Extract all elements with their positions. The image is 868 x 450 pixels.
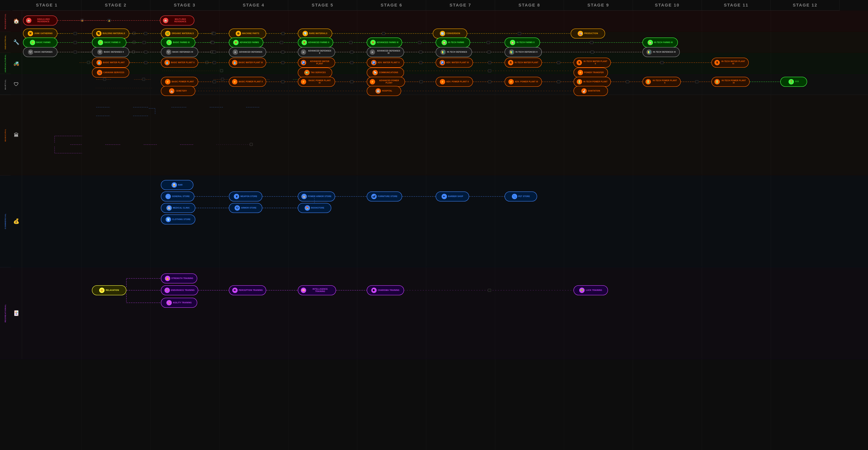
node-communications[interactable]: 📡 COMMUNICATIONS bbox=[367, 68, 404, 78]
stage-header-3: STAGE 4 bbox=[219, 0, 288, 10]
node-hitech-farms-2[interactable]: 🏡 HI-TECH FARMS II bbox=[504, 37, 540, 48]
node-building-materials[interactable]: 🏗 BUILDING MATERIALS bbox=[92, 29, 129, 38]
node-relaxation[interactable]: 😊 RELAXATION bbox=[92, 285, 126, 295]
node-hitech-power-plant-3[interactable]: 🔋 HI-TECH POWER PLANT III bbox=[711, 77, 750, 87]
node-cemetery[interactable]: ⛪ CEMETERY bbox=[161, 86, 195, 96]
node-medical-clinic[interactable]: 🏥 MEDICAL CLINIC bbox=[161, 203, 195, 213]
node-hitech-farms[interactable]: 🏡 HI-TECH FARMS bbox=[436, 37, 470, 48]
node-machine-parts[interactable]: ⚙ MACHINE PARTS bbox=[229, 29, 266, 38]
node-adv-water-plant-2[interactable]: 🚰 ADV. WATER PLANT II bbox=[367, 58, 404, 68]
cat-label-residential: RESIDENTIAL bbox=[0, 10, 10, 32]
node-furniture-store[interactable]: 🛋 FURNITURE STORE bbox=[367, 191, 402, 202]
node-strength-training[interactable]: 💪 STRENGTH TRAINING bbox=[161, 273, 197, 283]
node-hitech-power-plant-2[interactable]: 🔋 HI-TECH POWER PLANT II bbox=[643, 77, 681, 87]
node-rare-materials[interactable]: 💎 RARE MATERIALS bbox=[298, 29, 332, 38]
cat-label-recreational: RECREATIONAL bbox=[0, 267, 10, 359]
node-basic-power-plant[interactable]: ⚡ BASIC POWER PLANT bbox=[161, 77, 198, 87]
node-conversion[interactable]: 🔄 CONVERSION bbox=[433, 29, 467, 38]
node-basic-defenses-2[interactable]: 🛡 BASIC DEFENSES II bbox=[92, 47, 129, 57]
node-basic-farms-3[interactable]: 🌾 BASIC FARMS III bbox=[161, 37, 195, 48]
stage-header-10: STAGE 11 bbox=[702, 0, 771, 10]
node-adv-water-plant-3[interactable]: 🚰 ADV. WATER PLANT III bbox=[436, 58, 473, 68]
cat-bg-residential bbox=[0, 10, 868, 32]
node-production[interactable]: 🏭 PRODUCTION bbox=[570, 29, 605, 38]
node-charisma-training[interactable]: 🗣 CHARISMA TRAINING bbox=[367, 285, 404, 295]
cat-label-municipal: MUNICIPAL bbox=[0, 95, 10, 175]
cat-icon-residential: 🏠 bbox=[10, 10, 22, 32]
node-pet-store[interactable]: 🐾 PET STORE bbox=[504, 191, 537, 202]
node-basic-defenses[interactable]: 🛡 BASIC DEFENSES bbox=[23, 47, 57, 57]
node-adv-power-plant-2[interactable]: ⚡ ADV. POWER PLANT II bbox=[436, 77, 473, 87]
cat-icon-industrial: 🔧 bbox=[10, 32, 22, 53]
node-general-store[interactable]: 🛒 GENERAL STORE bbox=[161, 191, 194, 202]
node-tax-services[interactable]: 💵 TAX SERVICES bbox=[298, 68, 332, 78]
stage-header-11: STAGE 12 bbox=[771, 0, 840, 10]
node-power-armor-store[interactable]: 🤖 POWER ARMOR STORE bbox=[298, 191, 335, 202]
tech-tree-chart: 🔒 bbox=[0, 0, 868, 450]
node-advanced-farms-2[interactable]: 🌻 ADVANCED FARMS II bbox=[298, 37, 333, 48]
node-basic-power-plant-2[interactable]: ⚡ BASIC POWER PLANT II bbox=[229, 77, 266, 87]
node-advanced-defenses[interactable]: ⚔ ADVANCED DEFENSES bbox=[229, 47, 266, 57]
stage-header-4: STAGE 5 bbox=[288, 0, 357, 10]
node-hitech-water-plant[interactable]: ⚗ HI-TECH WATER PLANT bbox=[504, 58, 542, 68]
stage-header-0: STAGE 1 bbox=[12, 0, 82, 10]
node-basic-water-plant-2[interactable]: 💧 BASIC WATER PLANT II bbox=[161, 58, 198, 68]
node-caravan-services[interactable]: 🐂 CARAVAN SERVICES bbox=[92, 68, 129, 78]
stage-header-5: STAGE 6 bbox=[357, 0, 426, 10]
cat-icon-martial: 🛡 bbox=[10, 74, 22, 95]
node-barber-shop[interactable]: ✂ BARBER SHOP bbox=[436, 191, 469, 202]
stage-header-1: STAGE 2 bbox=[82, 0, 150, 10]
node-basic-power-plant-3[interactable]: ⚡ BASIC POWER PLANT III bbox=[298, 77, 335, 87]
stage-header-7: STAGE 8 bbox=[495, 0, 564, 10]
node-hitech-defenses-2[interactable]: 🔰 HI-TECH DEFENCES II bbox=[504, 47, 542, 57]
node-luck-training[interactable]: 🍀 LUCK TRAINING bbox=[574, 285, 608, 295]
node-hitech-defenses-3[interactable]: 🔰 HI-TECH DEFENCES III bbox=[643, 47, 680, 57]
cat-icon-commercial: 💰 bbox=[10, 175, 22, 267]
node-hospital[interactable]: 🏥 HOSPITAL bbox=[367, 86, 401, 96]
node-advanced-defenses-3[interactable]: ⚔ ADVANCED DEFENSES III bbox=[367, 47, 404, 57]
node-hitech-power-plant[interactable]: 🔋 HI-TECH POWER PLANT bbox=[574, 77, 611, 87]
node-mystery[interactable]: ❓ ??? bbox=[780, 77, 807, 87]
cat-bg-commercial bbox=[0, 175, 868, 267]
stage-header-9: STAGE 10 bbox=[633, 0, 702, 10]
node-intelligence-training[interactable]: 🧠 INTELLIGENCE TRAINING bbox=[298, 285, 336, 295]
node-advanced-farms[interactable]: 🌻 ADVANCED FARMS bbox=[229, 37, 263, 48]
node-armor-store[interactable]: 🛡 ARMOR STORE bbox=[229, 203, 262, 213]
node-junk-gathering[interactable]: ⚒ JUNK GATHERING bbox=[23, 29, 57, 38]
node-advanced-defenses-2[interactable]: ⚔ ADVANCED DEFENSES II bbox=[298, 47, 335, 57]
cat-label-industrial: INDUSTRIAL bbox=[0, 32, 10, 53]
node-adv-power-plant[interactable]: ⚡ ADVANCED POWER PLANT bbox=[367, 77, 405, 87]
cat-icon-municipal: 🏛 bbox=[10, 95, 22, 175]
node-bookstore[interactable]: 📚 BOOKSTORE bbox=[298, 203, 331, 213]
node-endurance-training[interactable]: 🏃 ENDURANCE TRAINING bbox=[161, 285, 198, 295]
node-bar[interactable]: 🍺 BAR bbox=[161, 180, 193, 190]
cat-label-martial: MARTIAL bbox=[0, 74, 10, 95]
node-perception-training[interactable]: 👁 PERCEPTION TRAINING bbox=[229, 285, 266, 295]
node-basic-farms[interactable]: 🌾 BASIC FARMS bbox=[23, 37, 57, 48]
stage-header-2: STAGE 3 bbox=[150, 0, 219, 10]
node-advanced-water-plant[interactable]: 🚰 ADVANCED WATER PLANT bbox=[298, 58, 335, 68]
cat-bg-recreational bbox=[0, 267, 868, 359]
node-hitech-defenses[interactable]: 🔰 HI-TECH DEFENSES bbox=[436, 47, 472, 57]
node-hitech-water-plant-2[interactable]: ⚗ HI-TECH WATER PLANT II bbox=[574, 58, 611, 68]
node-basic-farms-2[interactable]: 🌾 BASIC FARMS II bbox=[92, 37, 126, 48]
cat-label-agricultural: AGRICULTURAL bbox=[0, 53, 10, 74]
cat-icon-recreational: 🃏 bbox=[10, 267, 22, 359]
cat-bg-municipal bbox=[0, 95, 868, 175]
node-weapon-store[interactable]: 🗡 WEAPON STORE bbox=[229, 191, 262, 202]
node-multi-red-residence[interactable]: 🏠 MULTI-RED RESIDENCE bbox=[160, 16, 194, 26]
node-clothing-store[interactable]: 👕 CLOTHING STORE bbox=[161, 214, 195, 224]
node-hitech-farms-3[interactable]: 🏡 HI-TECH FARMS III bbox=[643, 37, 678, 48]
stage-header-8: STAGE 9 bbox=[564, 0, 633, 10]
node-hitech-water-plant-3[interactable]: ⚗ HI-TECH WATER PLANT III bbox=[711, 58, 749, 68]
node-basic-defenses-3[interactable]: 🛡 BASIC DEFENSES III bbox=[161, 47, 198, 57]
node-organic-materials[interactable]: 🌿 ORGANIC MATERIALS bbox=[161, 29, 198, 38]
node-basic-water-plant-3[interactable]: 💧 BASIC WATER PLANT III bbox=[229, 58, 266, 68]
node-agility-training[interactable]: 🤸 AGILITY TRAINING bbox=[161, 298, 197, 308]
node-basic-water-plant[interactable]: 💧 BASIC WATER PLANT bbox=[92, 58, 129, 68]
node-single-red-residence[interactable]: 🏠 SINGLE-RED RESIDENCE bbox=[23, 16, 57, 26]
node-power-transfer[interactable]: ⚡ POWER TRANSFER bbox=[574, 68, 608, 78]
node-advanced-farms-3[interactable]: 🌻 ADVANCED FARMS III bbox=[367, 37, 402, 48]
node-adv-power-plant-3[interactable]: ⚡ ADV. POWER PLANT III bbox=[504, 77, 542, 87]
node-sanitation[interactable]: 🚽 SANITATION bbox=[574, 86, 608, 96]
